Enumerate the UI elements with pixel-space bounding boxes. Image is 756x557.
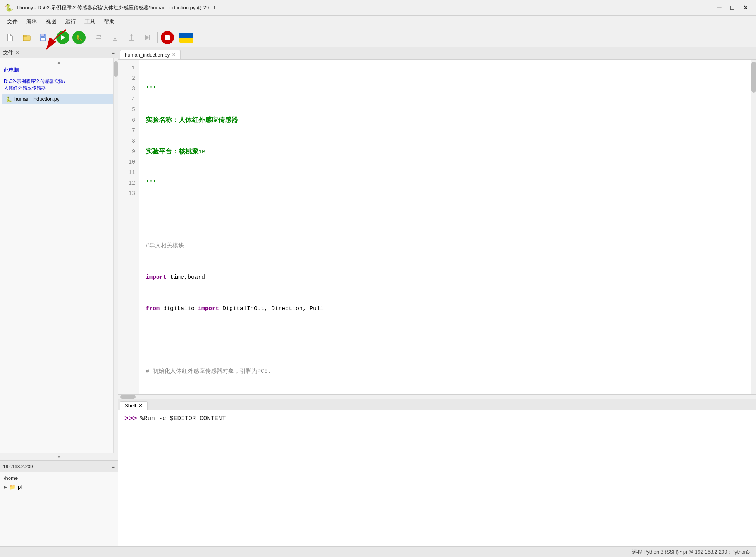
line-num-8: 8 <box>118 136 139 147</box>
editor-vscrollbar-thumb[interactable] <box>751 62 756 93</box>
file-item-human-induction[interactable]: 🐍 human_induction.py <box>2 94 116 104</box>
line-num-7: 7 <box>118 126 139 136</box>
file-panel-close[interactable]: ✕ <box>15 50 19 55</box>
open-file-button[interactable] <box>19 30 34 45</box>
shell-command: %Run -c $EDITOR_CONTENT <box>140 415 226 422</box>
left-panel: 文件 ✕ ≡ ▲ 此电脑 D:\02-示例程序\2.传感器实验\人体红外感应传感… <box>0 47 118 546</box>
menu-run[interactable]: 运行 <box>61 17 80 27</box>
code-line-6: #导入相关模块 <box>146 241 744 251</box>
right-panel: human_induction.py ✕ 1 2 3 4 5 6 7 8 9 1… <box>118 47 756 546</box>
menu-help[interactable]: 帮助 <box>100 17 119 27</box>
step-into-button[interactable] <box>108 30 122 45</box>
toolbar: 🐛 <box>0 28 756 47</box>
file-panel-menu-icon[interactable]: ≡ <box>112 50 115 56</box>
menu-tools[interactable]: 工具 <box>81 17 99 27</box>
title-bar: 🐍 Thonny - D:\02-示例程序\2.传感器实验\人体红外感应传感器\… <box>0 0 756 16</box>
code-line-8: from digitalio import DigitalInOut, Dire… <box>146 304 744 314</box>
line-num-4: 4 <box>118 94 139 105</box>
editor-tab-close[interactable]: ✕ <box>172 52 176 57</box>
app-title: Thonny - D:\02-示例程序\2.传感器实验\人体红外感应传感器\hu… <box>16 4 216 11</box>
line-num-13: 13 <box>118 188 139 199</box>
prompt-symbol: >>> <box>124 415 137 422</box>
editor-hscrollbar-thumb[interactable] <box>120 395 136 399</box>
ukraine-flag <box>179 33 193 43</box>
pi-folder-item[interactable]: ▶ 📁 pi <box>0 483 118 491</box>
main-content: 文件 ✕ ≡ ▲ 此电脑 D:\02-示例程序\2.传感器实验\人体红外感应传感… <box>0 47 756 546</box>
run-button[interactable] <box>55 30 70 45</box>
new-file-button[interactable] <box>3 30 18 45</box>
remote-panel-tab[interactable]: 192.168.2.209 <box>3 464 33 469</box>
this-pc-label[interactable]: 此电脑 <box>0 64 118 76</box>
code-line-2: 实验名称：人体红外感应传感器 <box>146 115 744 126</box>
toolbar-separator-2 <box>89 32 89 43</box>
code-line-10: # 初始化人体红外感应传感器对象，引脚为PC8. <box>146 366 744 377</box>
menu-view[interactable]: 视图 <box>42 17 60 27</box>
shell-tab[interactable]: Shell ✕ <box>120 401 148 410</box>
app-icon: 🐍 <box>5 3 13 12</box>
shell-tab-label: Shell <box>125 403 136 409</box>
file-panel-vscrollbar[interactable] <box>113 58 118 453</box>
line-num-5: 5 <box>118 105 139 115</box>
debug-button[interactable]: 🐛 <box>72 30 86 45</box>
shell-area: Shell ✕ >>> %Run -c $EDITOR_CONTENT <box>118 399 756 546</box>
save-file-button[interactable] <box>36 30 50 45</box>
svg-rect-6 <box>41 38 45 41</box>
line-num-10: 10 <box>118 157 139 167</box>
shell-content[interactable]: >>> %Run -c $EDITOR_CONTENT <box>118 410 756 546</box>
toolbar-separator-1 <box>53 32 53 43</box>
app-window: 🐍 Thonny - D:\02-示例程序\2.传感器实验\人体红外感应传感器\… <box>0 0 756 557</box>
close-button[interactable]: ✕ <box>740 2 751 13</box>
toolbar-separator-3 <box>157 32 158 43</box>
stop-button[interactable] <box>160 30 175 45</box>
step-over-button[interactable] <box>91 30 106 45</box>
code-editor[interactable]: ''' 实验名称：人体红外感应传感器 实验平台：核桃派1B ''' #导入相关模… <box>139 60 751 394</box>
file-panel-content: ▲ 此电脑 D:\02-示例程序\2.传感器实验\人体红外感应传感器 🐍 hum… <box>0 58 118 453</box>
step-out-button[interactable] <box>124 30 139 45</box>
code-line-3: 实验平台：核桃派1B <box>146 147 744 157</box>
scroll-up-btn[interactable]: ▲ <box>0 60 118 64</box>
remote-ip: 192.168.2.209 <box>3 464 33 469</box>
scroll-down-area[interactable]: ▼ <box>0 453 118 460</box>
file-panel: 文件 ✕ ≡ ▲ 此电脑 D:\02-示例程序\2.传感器实验\人体红外感应传感… <box>0 47 118 461</box>
menu-edit[interactable]: 编辑 <box>22 17 41 27</box>
resume-button[interactable] <box>140 30 155 45</box>
shell-tabs: Shell ✕ <box>118 399 756 410</box>
minimize-button[interactable]: ─ <box>713 2 725 13</box>
expand-icon: ▶ <box>4 485 7 489</box>
folder-icon: 📁 <box>9 484 15 490</box>
svg-marker-17 <box>145 35 149 40</box>
editor-tab-human-induction[interactable]: human_induction.py ✕ <box>120 50 181 59</box>
file-panel-vscrollbar-thumb[interactable] <box>114 61 118 77</box>
file-panel-label: 文件 <box>3 49 13 56</box>
line-num-2: 2 <box>118 73 139 84</box>
file-panel-header: 文件 ✕ ≡ <box>0 47 118 58</box>
remote-panel-menu-icon[interactable]: ≡ <box>112 464 115 470</box>
code-line-4: ''' <box>146 178 744 188</box>
svg-rect-5 <box>41 34 44 36</box>
line-num-9: 9 <box>118 147 139 157</box>
line-num-12: 12 <box>118 178 139 188</box>
remote-panel-content: /home ▶ 📁 pi <box>0 472 118 546</box>
shell-prompt-line: >>> %Run -c $EDITOR_CONTENT <box>124 415 750 422</box>
code-line-5 <box>146 209 744 220</box>
editor-hscrollbar[interactable] <box>118 394 756 399</box>
status-text: 远程 Python 3 (SSH) • pi @ 192.168.2.209 :… <box>632 548 750 555</box>
line-numbers: 1 2 3 4 5 6 7 8 9 10 11 12 13 <box>118 60 139 394</box>
file-panel-tab[interactable]: 文件 ✕ <box>3 49 19 56</box>
editor-tab-label: human_induction.py <box>125 52 170 58</box>
shell-tab-close[interactable]: ✕ <box>138 403 143 409</box>
file-path-label[interactable]: D:\02-示例程序\2.传感器实验\人体红外感应传感器 <box>0 76 118 94</box>
line-num-6: 6 <box>118 115 139 126</box>
line-num-1: 1 <box>118 63 139 73</box>
menu-file[interactable]: 文件 <box>3 17 22 27</box>
editor-area: 1 2 3 4 5 6 7 8 9 10 11 12 13 ''' <box>118 60 756 394</box>
maximize-button[interactable]: □ <box>727 2 738 13</box>
file-item-label: human_induction.py <box>14 96 59 102</box>
menu-bar: 文件 编辑 视图 运行 工具 帮助 <box>0 16 756 28</box>
pi-folder-label: pi <box>18 484 22 490</box>
remote-panel: 192.168.2.209 ≡ /home ▶ 📁 pi <box>0 461 118 546</box>
svg-marker-15 <box>130 34 133 36</box>
remote-panel-header: 192.168.2.209 ≡ <box>0 461 118 472</box>
editor-vscrollbar[interactable] <box>751 60 756 394</box>
svg-rect-3 <box>23 35 26 37</box>
